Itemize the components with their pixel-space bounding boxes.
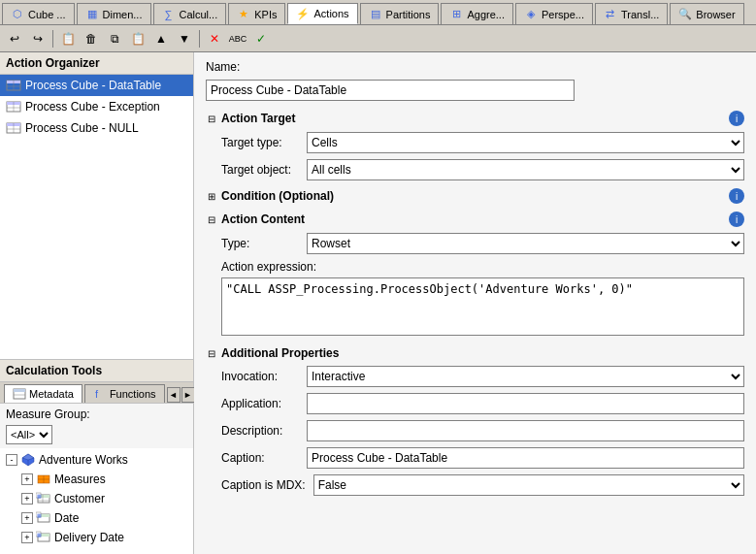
application-input[interactable] [307,393,744,414]
svg-text:▦: ▦ [37,532,42,538]
calc-nav: ◄ ► [167,387,195,403]
tree-item-customer[interactable]: + ▦ Customer [2,489,191,508]
toolbar: ↩ ↪ 📋 🗑 ⧉ 📋 ▲ ▼ ✕ ABC ✓ [0,25,756,52]
tab-bar: ⬡ Cube ... ▦ Dimen... ∑ Calcul... ★ KPIs… [0,0,756,25]
name-row: Name: [206,60,744,74]
perspectives-icon: ◈ [524,8,538,21]
additional-props-content: Invocation: Interactive Application: Des… [221,366,744,496]
aggregations-icon: ⊞ [449,8,463,21]
right-panel: Name: ⊟ Action Target i Target type: Cel… [194,52,756,554]
tree-item-adventure-works[interactable]: - Adventure Works [2,450,191,470]
action-expression-textarea[interactable] [221,277,744,336]
tab-actions[interactable]: ⚡ Actions [287,3,357,24]
close-button[interactable]: ✕ [204,28,225,49]
action-target-content: Target type: Cells Target object: All ce… [221,132,744,180]
svg-text:▦: ▦ [37,512,42,518]
description-input[interactable] [307,420,744,441]
condition-info-icon[interactable]: i [729,188,744,204]
target-type-select[interactable]: Cells [307,132,744,153]
check-button[interactable]: ✓ [250,28,272,49]
date-icon: ▦ [36,510,51,526]
action-item-null[interactable]: Process Cube - NULL [0,117,193,139]
target-object-select[interactable]: All cells [307,159,744,180]
tab-browser[interactable]: 🔍 Browser [670,3,743,24]
calc-nav-prev[interactable]: ◄ [167,387,181,403]
action-target-section-header: ⊟ Action Target i [206,111,744,126]
actions-icon: ⚡ [296,7,310,20]
partitions-icon: ▤ [369,8,382,21]
caption-mdx-select[interactable]: False [313,474,744,496]
tab-cube[interactable]: ⬡ Cube ... [2,3,75,24]
tab-partitions[interactable]: ▤ Partitions [360,3,440,24]
caption-input[interactable] [307,447,744,469]
svg-text:▦: ▦ [37,493,42,499]
paste-button[interactable]: 📋 [127,28,148,49]
description-row: Description: [221,420,744,441]
tab-calculation[interactable]: ∑ Calcul... [153,3,227,24]
action-datatable-icon [6,78,21,93]
tab-dimension[interactable]: ▦ Dimen... [77,3,151,24]
tree-item-date[interactable]: + ▦ Date [2,508,191,528]
delivery-date-icon: ▦ [36,530,51,545]
svg-rect-13 [14,389,25,392]
undo-button[interactable]: ↩ [4,28,25,49]
target-object-row: Target object: All cells [221,159,744,180]
tree-item-measures[interactable]: + Measures [2,470,191,489]
measures-expander[interactable]: + [21,473,33,485]
move-up-button[interactable]: ▲ [150,28,172,49]
adventure-works-expander[interactable]: - [6,454,17,466]
redo-button[interactable]: ↪ [27,28,49,49]
calc-tab-functions[interactable]: f Functions [84,384,165,403]
copy-button[interactable]: ⧉ [104,28,125,49]
tab-perspectives[interactable]: ◈ Perspe... [515,3,593,24]
action-organizer-header: Action Organizer [0,52,193,75]
measure-group-row: Measure Group: [0,404,193,425]
tree-area: - Adventure Works + [0,448,193,554]
type-row: Type: Rowset [221,233,744,254]
action-null-icon [6,120,21,136]
name-input[interactable] [206,80,575,101]
invocation-row: Invocation: Interactive [221,366,744,387]
date-expander[interactable]: + [21,512,33,524]
action-content-section-header: ⊟ Action Content i [206,212,744,227]
toolbar-separator-1 [52,30,53,48]
action-exception-icon [6,99,21,114]
browser-icon: 🔍 [678,8,692,21]
action-content-info-icon[interactable]: i [729,212,744,227]
main-container: Action Organizer Process Cube - DataTabl… [0,52,756,554]
tab-translations[interactable]: ⇄ Transl... [595,3,668,24]
action-item-exception[interactable]: Process Cube - Exception [0,96,193,117]
customer-icon: ▦ [36,491,51,506]
action-target-info-icon[interactable]: i [729,111,744,126]
additional-props-section-header: ⊟ Additional Properties [206,346,744,360]
application-row: Application: [221,393,744,414]
customer-expander[interactable]: + [21,493,33,505]
dimension-icon: ▦ [85,8,99,21]
delete-button[interactable]: 🗑 [81,28,102,49]
cube-icon: ⬡ [11,8,24,21]
new-button[interactable]: 📋 [57,28,79,49]
additional-props-toggle[interactable]: ⊟ [206,347,217,359]
action-item-datatable[interactable]: Process Cube - DataTable [0,75,193,96]
calc-tab-metadata[interactable]: Metadata [4,384,82,403]
tab-aggregations[interactable]: ⊞ Aggre... [441,3,513,24]
svg-text:f: f [95,388,99,400]
delivery-date-expander[interactable]: + [21,532,33,543]
functions-icon: f [93,387,107,401]
measure-group-select[interactable]: <All> [6,425,52,444]
action-content-toggle[interactable]: ⊟ [206,213,217,225]
type-select[interactable]: Rowset [307,233,744,254]
calc-tools-header: Calculation Tools [0,360,193,382]
calc-nav-next[interactable]: ► [181,387,195,403]
kpi-icon: ★ [237,8,250,21]
invocation-select[interactable]: Interactive [307,366,744,387]
move-down-button[interactable]: ▼ [174,28,195,49]
tab-kpi[interactable]: ★ KPIs [228,3,285,24]
action-target-toggle[interactable]: ⊟ [206,113,217,124]
condition-toggle[interactable]: ⊞ [206,190,217,202]
caption-mdx-row: Caption is MDX: False [221,474,744,496]
translations-icon: ⇄ [604,8,617,21]
measures-icon [36,472,51,487]
tree-item-delivery-date[interactable]: + ▦ Delivery Date [2,528,191,547]
abc-button[interactable]: ABC [227,28,248,49]
